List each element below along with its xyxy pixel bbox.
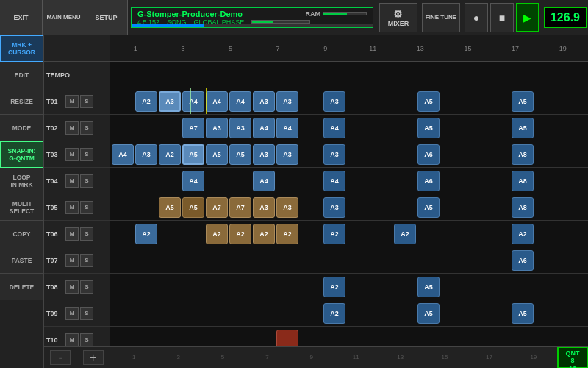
track-cell[interactable]: A3	[323, 197, 345, 218]
solo-button[interactable]: S	[80, 254, 93, 267]
track-cell[interactable]: A3	[323, 144, 345, 165]
sidebar-item-paste[interactable]: PASTE	[0, 247, 43, 274]
sidebar-item-mrk-cursor[interactable]: MRK + CURSOR	[0, 35, 43, 62]
track-cell[interactable]: A3	[206, 118, 228, 138]
minus-button[interactable]: -	[50, 350, 71, 365]
track-cell[interactable]: A2	[206, 224, 228, 244]
track-cell[interactable]: A2	[323, 303, 345, 324]
track-cell[interactable]: A2	[159, 144, 181, 165]
mute-button[interactable]: M	[65, 307, 79, 320]
plus-button[interactable]: +	[83, 350, 104, 365]
track-cell[interactable]: A4	[276, 118, 298, 138]
mute-button[interactable]: M	[65, 201, 79, 214]
mute-button[interactable]: M	[65, 254, 79, 267]
track-cell[interactable]	[276, 330, 298, 347]
track-cell[interactable]: A7	[206, 197, 228, 218]
main-menu-button[interactable]: MAIN MENU	[43, 0, 85, 35]
track-cell[interactable]: A5	[512, 303, 534, 324]
solo-button[interactable]: S	[80, 227, 93, 241]
track-cell[interactable]: A4	[206, 91, 228, 112]
track-cell[interactable]: A5	[206, 144, 228, 165]
mixer-button[interactable]: ⚙ MIXER	[379, 3, 417, 32]
exit-button[interactable]: EXIT	[0, 0, 43, 35]
track-cell[interactable]: A7	[229, 197, 251, 218]
track-cell[interactable]: A8	[512, 197, 534, 218]
track-cell[interactable]: A3	[276, 197, 298, 218]
mute-button[interactable]: M	[65, 333, 79, 347]
track-cell[interactable]: A8	[512, 144, 534, 165]
track-cell[interactable]: A3	[323, 91, 345, 112]
track-cell[interactable]: A4	[253, 118, 275, 138]
track-cell[interactable]: A2	[135, 224, 157, 244]
track-cell[interactable]: A5	[182, 144, 204, 165]
mute-button[interactable]: M	[65, 280, 79, 294]
solo-button[interactable]: S	[80, 148, 93, 161]
track-cell[interactable]: A3	[229, 118, 251, 138]
solo-button[interactable]: S	[80, 95, 93, 108]
solo-button[interactable]: S	[80, 121, 93, 135]
track-cell[interactable]: A3	[253, 91, 275, 112]
track-cell[interactable]: A5	[417, 277, 440, 297]
sidebar-item-mode[interactable]: MODE	[0, 115, 43, 141]
mute-button[interactable]: M	[65, 174, 79, 188]
track-cell[interactable]: A2	[512, 224, 534, 244]
track-cell[interactable]: A2	[229, 224, 251, 244]
sidebar-item-edit[interactable]: EDIT	[0, 62, 43, 88]
mute-button[interactable]: M	[65, 148, 79, 161]
record-button[interactable]: ●	[465, 3, 488, 32]
stop-button[interactable]: ■	[490, 3, 514, 32]
solo-button[interactable]: S	[80, 174, 93, 188]
mute-button[interactable]: M	[65, 95, 79, 108]
track-cell[interactable]: A3	[276, 91, 298, 112]
track-cell[interactable]: A2	[323, 277, 345, 297]
mute-button[interactable]: M	[65, 121, 79, 135]
track-cell[interactable]: A4	[323, 171, 345, 191]
sidebar-item-resize[interactable]: RESIZE	[0, 88, 43, 115]
track-cell[interactable]: A5	[417, 118, 440, 138]
track-cell[interactable]: A3	[135, 144, 157, 165]
mute-button[interactable]: M	[65, 227, 79, 241]
track-cell[interactable]: A6	[417, 144, 440, 165]
solo-button[interactable]: S	[80, 201, 93, 214]
sidebar-item-delete[interactable]: DELETE	[0, 274, 43, 300]
track-cell[interactable]: A2	[253, 224, 275, 244]
solo-button[interactable]: S	[80, 280, 93, 294]
track-cell[interactable]: A4	[323, 118, 345, 138]
tracks-container[interactable]: TEMPOT01MSA2A3A4A4A4A3A3A3A5A5T02MSA7A3A…	[44, 62, 588, 346]
track-cell[interactable]: A4	[253, 171, 275, 191]
track-cell[interactable]: A3	[159, 91, 181, 112]
track-cell[interactable]: A3	[276, 144, 298, 165]
setup-button[interactable]: SETUP	[85, 0, 128, 35]
track-cell[interactable]: A5	[182, 197, 204, 218]
qnt-button[interactable]: QNT 8 16	[557, 347, 588, 368]
track-cell[interactable]: A5	[512, 118, 534, 138]
track-cell[interactable]: A4	[182, 171, 204, 191]
track-cell[interactable]: A2	[394, 224, 416, 244]
sidebar-item-copy[interactable]: COPY	[0, 221, 43, 247]
fine-tune-button[interactable]: FINE TUNE	[422, 3, 460, 32]
play-button[interactable]: ▶	[516, 3, 539, 32]
sidebar-item-loop-in-mrk[interactable]: LOOP IN MRK	[0, 168, 43, 194]
sidebar-item-snap-in[interactable]: SNAP-IN: G-QNTM	[0, 141, 43, 168]
track-cell[interactable]: A5	[417, 197, 440, 218]
track-cell[interactable]: A7	[182, 118, 204, 138]
track-cell[interactable]: A5	[512, 91, 534, 112]
track-cell[interactable]: A2	[323, 224, 345, 244]
track-cell[interactable]: A5	[159, 197, 181, 218]
track-cell[interactable]: A5	[229, 144, 251, 165]
track-cell[interactable]: A2	[135, 91, 157, 112]
track-cell[interactable]: A2	[276, 224, 298, 244]
track-cell[interactable]: A3	[253, 144, 275, 165]
track-cell[interactable]: A4	[182, 91, 204, 112]
track-cell[interactable]: A6	[417, 171, 440, 191]
track-cell[interactable]: A6	[512, 250, 534, 271]
sidebar-item-multi-select[interactable]: MULTI SELECT	[0, 194, 43, 221]
track-cell[interactable]: A4	[229, 91, 251, 112]
track-cell[interactable]: A5	[417, 91, 440, 112]
track-cell[interactable]: A3	[253, 197, 275, 218]
track-cell[interactable]: A8	[512, 171, 534, 191]
solo-button[interactable]: S	[80, 307, 93, 320]
track-cell[interactable]: A4	[112, 144, 134, 165]
solo-button[interactable]: S	[80, 333, 93, 347]
track-cell[interactable]: A5	[417, 303, 440, 324]
